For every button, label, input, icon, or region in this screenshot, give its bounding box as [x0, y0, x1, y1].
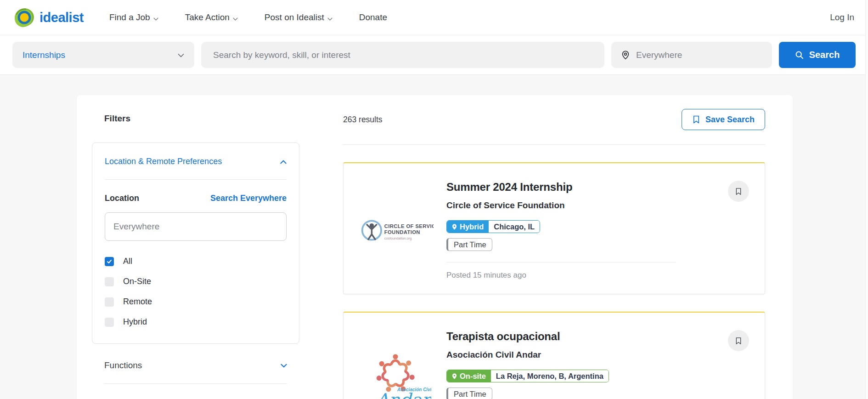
idealist-logo[interactable]: idealist: [14, 7, 84, 28]
bookmark-job-button[interactable]: [728, 330, 749, 351]
filter-location-input[interactable]: [105, 212, 287, 241]
checkbox-hybrid[interactable]: Hybrid: [105, 317, 287, 327]
svg-text:CIRCLE OF SERVICE: CIRCLE OF SERVICE: [384, 223, 434, 229]
work-mode-label: On-site: [460, 372, 486, 381]
chevron-down-icon: [178, 51, 184, 59]
svg-text:FOUNDATION: FOUNDATION: [384, 229, 420, 235]
filters-sidebar: Filters Location & Remote Preferences Lo…: [92, 95, 299, 399]
nav-take-action[interactable]: Take Action: [185, 12, 238, 23]
job-card[interactable]: CIRCLE OF SERVICE FOUNDATION cosfoundati…: [343, 162, 765, 294]
category-selected-value: Internships: [23, 50, 65, 60]
bookmark-icon: [735, 187, 742, 196]
checkbox-icon: [105, 318, 114, 327]
work-mode-location-badge: On-site La Reja, Moreno, B, Argentina: [446, 370, 609, 382]
keyword-search-field: [201, 42, 604, 68]
checkbox-all[interactable]: All: [105, 256, 287, 266]
results-count: 263 results: [343, 115, 383, 125]
location-remote-filter-card: Location & Remote Preferences Location S…: [92, 142, 299, 344]
save-search-button[interactable]: Save Search: [682, 109, 765, 130]
divider: [105, 179, 287, 180]
idealist-logo-icon: [14, 7, 35, 28]
chevron-down-icon: [233, 13, 238, 23]
job-org: Circle of Service Foundation: [446, 200, 719, 211]
employment-type-badge: Part Time: [446, 388, 492, 399]
job-location: Chicago, IL: [489, 221, 540, 233]
results-column: 263 results Save Search CIRCLE OF SERVIC…: [343, 95, 765, 399]
svg-text:cosfoundation.org: cosfoundation.org: [384, 236, 412, 240]
work-mode-location-badge: Hybrid Chicago, IL: [446, 220, 540, 233]
login-link[interactable]: Log In: [830, 12, 854, 23]
checkbox-remote[interactable]: Remote: [105, 297, 287, 307]
checkbox-icon: [105, 297, 114, 307]
location-search-input[interactable]: [636, 50, 763, 60]
map-pin-icon: [452, 373, 457, 379]
filters-title: Filters: [104, 114, 299, 124]
divider: [343, 144, 765, 145]
job-card[interactable]: Asociación Civil Andar Terapista ocupaci…: [343, 312, 765, 399]
chevron-down-icon: [153, 13, 158, 23]
results-panel: Filters Location & Remote Preferences Lo…: [77, 95, 793, 399]
location-label: Location: [105, 194, 139, 203]
checkbox-icon: [105, 277, 114, 286]
search-everywhere-link[interactable]: Search Everywhere: [210, 194, 287, 203]
location-search-field: [611, 42, 772, 68]
employment-type-badge: Part Time: [446, 238, 492, 251]
filter-section-toggle[interactable]: Location & Remote Preferences: [105, 157, 287, 166]
search-button[interactable]: Search: [779, 42, 856, 68]
chevron-down-icon: [327, 13, 333, 23]
nav-post-on-idealist[interactable]: Post on Idealist: [265, 12, 333, 23]
search-bar: Internships Search: [0, 35, 868, 75]
top-header: idealist Find a Job Take Action Post on …: [0, 0, 868, 35]
job-title[interactable]: Summer 2024 Internship: [446, 181, 719, 194]
bookmark-icon: [692, 115, 700, 124]
bookmark-job-button[interactable]: [728, 181, 749, 202]
search-icon: [795, 51, 804, 60]
bookmark-icon: [735, 336, 742, 345]
svg-text:Andar: Andar: [376, 390, 431, 399]
chevron-up-icon: [280, 158, 287, 166]
posted-timestamp: Posted 15 minutes ago: [446, 271, 719, 280]
checkbox-on-site[interactable]: On-Site: [105, 277, 287, 286]
page-scrollbar[interactable]: [865, 0, 868, 399]
org-logo-andar: Asociación Civil Andar: [360, 330, 434, 399]
job-title[interactable]: Terapista ocupacional: [446, 330, 719, 343]
chevron-down-icon: [281, 361, 287, 370]
job-org: Asociación Civil Andar: [446, 350, 719, 360]
org-logo-circle-of-service: CIRCLE OF SERVICE FOUNDATION cosfoundati…: [360, 181, 434, 280]
map-pin-icon: [620, 50, 631, 60]
divider: [446, 262, 676, 262]
keyword-search-input[interactable]: [213, 50, 592, 60]
job-location: La Reja, Moreno, B, Argentina: [491, 370, 609, 382]
work-mode-label: Hybrid: [460, 222, 484, 231]
nav-donate[interactable]: Donate: [359, 12, 387, 23]
category-select[interactable]: Internships: [12, 42, 194, 68]
brand-wordmark: idealist: [39, 10, 84, 25]
nav-find-a-job[interactable]: Find a Job: [109, 12, 158, 23]
map-pin-icon: [452, 224, 457, 230]
main-nav: Find a Job Take Action Post on Idealist …: [109, 12, 387, 23]
checkbox-icon: [105, 257, 114, 266]
divider: [104, 383, 287, 384]
remote-options-list: All On-Site Remote: [105, 256, 287, 327]
functions-section-toggle[interactable]: Functions: [92, 360, 299, 370]
